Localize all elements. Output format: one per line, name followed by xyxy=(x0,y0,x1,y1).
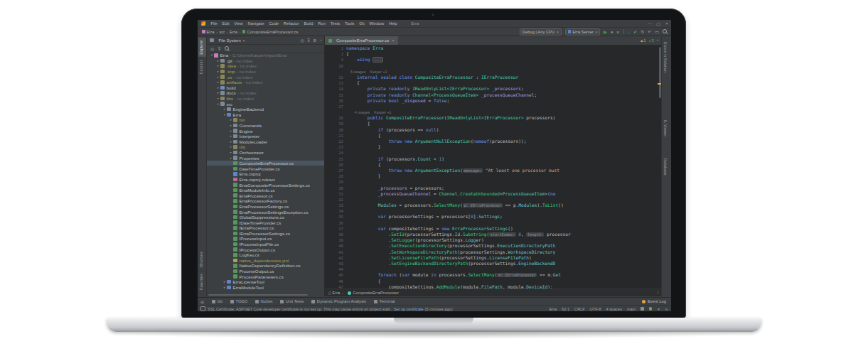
menu-item-code[interactable]: Code xyxy=(267,21,282,26)
status-item-main[interactable]: main xyxy=(627,307,636,311)
tree-row-erramoduletool[interactable]: ▸ErraModuleTool xyxy=(207,285,324,291)
menu-item-file[interactable]: File xyxy=(208,21,220,26)
tree-row-erraprocessorsettings-cs[interactable]: ErraProcessorSettings.cs xyxy=(207,204,324,210)
tree-row-logkey-cs[interactable]: LogKey.cs xyxy=(207,252,324,258)
line-number[interactable]: 16 xyxy=(325,98,346,104)
tree-row-idatetimeprovider-cs[interactable]: IDateTimeProvider.cs xyxy=(207,220,324,225)
filter-icon[interactable]: ▼ xyxy=(657,307,660,311)
line-number[interactable]: 34 xyxy=(325,208,346,214)
tree-row-interpreter[interactable]: ▸Interpreter xyxy=(207,134,324,139)
tree-row-erraprocessorsettingsexception-cs[interactable]: ErraProcessorSettingsException.cs xyxy=(207,209,324,215)
tree-row-iprocessinputfile-cs[interactable]: IProcessInputFile.cs xyxy=(207,242,324,247)
line-number[interactable]: 26 xyxy=(325,162,346,168)
tree-row-erra-csproj-ruleset[interactable]: Erra.csproj.ruleset xyxy=(207,177,324,183)
tree-row-docs[interactable]: ▸docs - no index xyxy=(207,90,324,96)
tree-row-iprocessinput-cs[interactable]: IProcessInput.cs xyxy=(207,236,324,242)
tree-row-native-dependencies-yml[interactable]: native_dependencies.yml xyxy=(207,258,324,264)
sidebar-item-structure[interactable]: Structure xyxy=(198,249,206,270)
line-number[interactable]: 15 xyxy=(325,92,346,98)
status-item-4-spaces[interactable]: 4 spaces xyxy=(606,307,622,311)
tree-row-ierraprocessorsettings-cs[interactable]: IErraProcessorSettings.cs xyxy=(207,231,324,237)
tree-row-build[interactable]: ▸build xyxy=(207,85,324,91)
tree-row-erra-csproj[interactable]: Erra.csproj xyxy=(207,171,324,177)
line-number[interactable]: 23 xyxy=(325,144,346,150)
tree-row-artifacts[interactable]: ▸artifacts - no index xyxy=(207,80,324,85)
menu-item-build[interactable]: Build xyxy=(301,21,316,26)
line-number[interactable]: 42 xyxy=(325,255,346,261)
tree-row-nativedependencydefinition-cs[interactable]: NativeDependencyDefinition.cs xyxy=(207,263,324,269)
sidebar-item-explorer[interactable]: Explorer xyxy=(198,38,206,57)
tree-row-commands[interactable]: ▸Commands xyxy=(207,123,324,129)
line-number[interactable]: 10 xyxy=(325,63,346,69)
line-number[interactable]: 31 xyxy=(325,191,346,197)
tree-row-erracompositeprocessorsettings-cs[interactable]: ErraCompositeProcessorSettings.cs xyxy=(207,182,324,188)
tool-window-button-todo[interactable]: TODO xyxy=(230,299,247,303)
tree-row-erra[interactable]: ▾Erra xyxy=(207,112,324,118)
line-number[interactable]: 35 xyxy=(325,214,346,220)
status-item-erra[interactable]: Erra xyxy=(550,307,557,311)
tree-row-git[interactable]: ▸.git - no index xyxy=(207,58,324,64)
restore-layout-icon[interactable]: ▭ xyxy=(655,29,659,35)
tree-row-erra[interactable]: ▾Erra - C:\Users\Kasper\repos\Erra xyxy=(207,53,324,58)
collapse-all-icon[interactable]: ⊼ xyxy=(307,38,310,43)
line-number[interactable]: 37 xyxy=(325,226,346,232)
line-number[interactable]: 18 xyxy=(325,115,346,121)
hide-panel-icon[interactable]: − xyxy=(319,38,322,43)
menu-item-view[interactable]: View xyxy=(232,21,245,26)
tree-row-processoutput-cs[interactable]: ProcessOutput.cs xyxy=(207,269,324,274)
project-view-mode[interactable]: File System xyxy=(219,38,241,43)
line-number[interactable]: 2 xyxy=(325,51,346,57)
line-number[interactable]: 36 xyxy=(325,220,346,226)
stop-button[interactable]: ■ xyxy=(617,29,620,35)
tree-row-engine[interactable]: ▸Engine xyxy=(207,128,324,134)
line-number[interactable]: 21 xyxy=(325,133,346,139)
line-number[interactable]: 27 xyxy=(325,168,346,173)
event-log-button[interactable]: Event Log xyxy=(642,299,666,303)
line-number[interactable]: 1 xyxy=(325,45,346,51)
setup-certificate-link[interactable]: Set up certificate xyxy=(394,307,424,311)
status-item-crlf[interactable]: CRLF xyxy=(574,307,585,311)
line-number[interactable]: 28 xyxy=(325,173,346,179)
line-number[interactable]: 38 xyxy=(325,232,346,237)
tree-row-datetimeprovider-cs[interactable]: DateTimeProvider.cs xyxy=(207,166,324,171)
tool-window-button-nuget[interactable]: NuGet xyxy=(255,299,272,303)
sidebar-item-errors-in-solution[interactable]: Errors in Solution xyxy=(663,42,668,72)
folded-region[interactable]: ... xyxy=(373,57,383,63)
history-icon[interactable]: ↻ xyxy=(641,29,644,35)
solution-configuration-select[interactable]: Debug | Any CPU ▾ xyxy=(520,28,562,36)
line-number[interactable]: 44 xyxy=(325,266,346,272)
close-tab-icon[interactable]: × xyxy=(392,38,395,43)
horizontal-scrollbar[interactable] xyxy=(208,294,308,296)
sidebar-item-database[interactable]: Database xyxy=(663,158,668,176)
line-number[interactable] xyxy=(325,109,346,115)
menu-item-help[interactable]: Help xyxy=(387,21,400,26)
scroll-to-source-icon[interactable]: ◎ xyxy=(210,46,214,51)
debug-button[interactable]: ● xyxy=(611,29,614,35)
status-item-62-1[interactable]: 62:1 xyxy=(562,307,569,311)
breadcrumb-item-erra[interactable]: Erra xyxy=(230,30,237,34)
line-number[interactable]: 14 xyxy=(325,86,346,92)
sidebar-item-il-viewer[interactable]: IL Viewer xyxy=(663,120,668,136)
line-number[interactable]: 22 xyxy=(325,139,346,144)
line-number[interactable]: 41 xyxy=(325,249,346,255)
tree-row-erraprocessorfactory-cs[interactable]: ErraProcessorFactory.cs xyxy=(207,198,324,204)
menu-item-edit[interactable]: Edit xyxy=(220,21,232,26)
tool-window-button-unit-tests[interactable]: Unit Tests xyxy=(280,299,304,303)
line-number[interactable]: 20 xyxy=(325,127,346,133)
line-number[interactable]: 30 xyxy=(325,185,346,191)
vcs-update-icon[interactable]: ↓ xyxy=(628,29,630,35)
line-number[interactable]: 25 xyxy=(325,156,346,162)
tree-row-erralicensetool[interactable]: ▸ErraLicenseTool xyxy=(207,279,324,285)
line-number[interactable]: 46 xyxy=(325,279,346,284)
sidebar-item-commit[interactable]: Commit xyxy=(198,58,206,76)
vcs-commit-icon[interactable]: ✔ xyxy=(633,29,637,35)
undo-icon[interactable]: ↶ xyxy=(648,29,651,35)
menu-item-run[interactable]: Run xyxy=(316,21,328,26)
lock-icon[interactable] xyxy=(641,307,644,311)
line-number[interactable]: 45 xyxy=(325,272,346,278)
minimize-button[interactable]: – xyxy=(645,21,654,26)
resize-grip[interactable]: ⠿ xyxy=(656,291,660,295)
tree-row-libs[interactable]: ▸libs - no index xyxy=(207,96,324,102)
tool-window-button-git[interactable]: Git xyxy=(212,299,223,303)
line-number[interactable] xyxy=(325,69,346,75)
